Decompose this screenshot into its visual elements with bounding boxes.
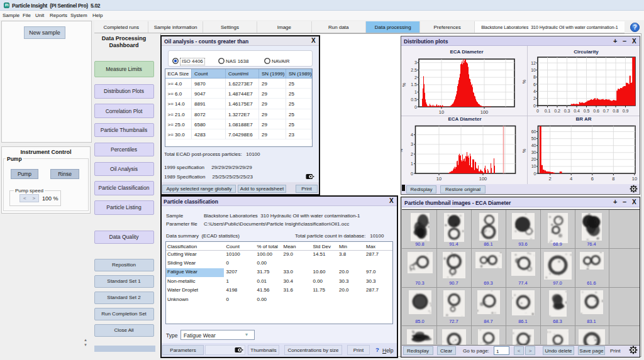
svg-text:3: 3 (414, 60, 417, 65)
svg-text:2.5: 2.5 (411, 68, 417, 72)
svg-text:0.5: 0.5 (584, 109, 590, 113)
svg-text:%: % (522, 80, 526, 84)
svg-text:2: 2 (411, 152, 413, 156)
svg-text:10: 10 (439, 109, 444, 115)
svg-text:0.5: 0.5 (411, 97, 417, 102)
svg-text:20: 20 (531, 157, 536, 161)
svg-text:0: 0 (411, 172, 413, 176)
svg-text:4: 4 (533, 89, 536, 94)
svg-text:100: 100 (479, 176, 487, 182)
svg-text:1: 1 (411, 161, 413, 166)
svg-text:0: 0 (414, 105, 417, 109)
svg-text:10: 10 (531, 164, 536, 168)
svg-text:0.8: 0.8 (613, 109, 619, 113)
svg-text:4: 4 (411, 133, 413, 137)
svg-text:0.1: 0.1 (545, 109, 551, 113)
svg-text:0.6: 0.6 (593, 109, 599, 113)
svg-text:0: 0 (536, 109, 539, 113)
svg-text:ECA Diameter: ECA Diameter (450, 49, 483, 55)
svg-text:%: % (402, 83, 406, 87)
svg-text:0.4: 0.4 (574, 109, 580, 113)
svg-text:10: 10 (531, 68, 536, 72)
svg-text:2: 2 (414, 75, 417, 80)
svg-text:4: 4 (570, 176, 572, 182)
svg-text:0: 0 (534, 172, 536, 176)
svg-text:ECA Diameter: ECA Diameter (448, 116, 481, 122)
svg-text:8: 8 (533, 75, 536, 79)
svg-text:Circularity: Circularity (574, 49, 599, 55)
svg-text:2: 2 (549, 176, 552, 182)
svg-text:50: 50 (531, 136, 536, 141)
svg-text:100: 100 (480, 109, 489, 115)
svg-text:2: 2 (533, 96, 536, 101)
svg-text:%: % (522, 149, 526, 153)
svg-text:10: 10 (632, 176, 637, 182)
svg-text:6: 6 (591, 176, 594, 182)
svg-text:40: 40 (531, 143, 536, 148)
svg-text:30: 30 (531, 150, 536, 155)
svg-text:0: 0 (533, 104, 536, 108)
svg-text:BR AR: BR AR (575, 116, 591, 122)
svg-text:0.9: 0.9 (623, 109, 629, 113)
svg-text:0.7: 0.7 (603, 109, 609, 113)
svg-text:8: 8 (612, 176, 614, 182)
svg-text:60: 60 (531, 129, 536, 134)
svg-text:1.5: 1.5 (411, 82, 417, 87)
svg-text:3: 3 (411, 142, 413, 146)
svg-text:1: 1 (414, 90, 417, 94)
svg-text:%: % (401, 149, 403, 153)
svg-text:6: 6 (533, 82, 536, 87)
svg-text:0.2: 0.2 (554, 109, 560, 113)
svg-text:?: ? (633, 24, 636, 31)
svg-text:10: 10 (436, 176, 441, 182)
svg-text:0.3: 0.3 (564, 109, 570, 113)
svg-text:12: 12 (531, 61, 536, 65)
